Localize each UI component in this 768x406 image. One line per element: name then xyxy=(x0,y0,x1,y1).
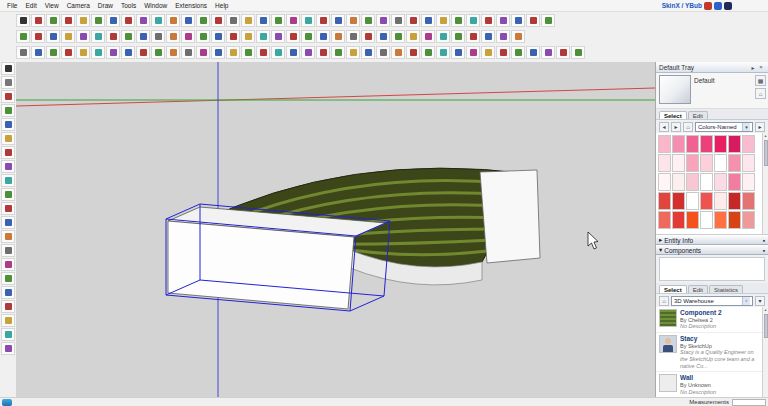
color-swatch[interactable] xyxy=(672,211,685,229)
tool-icon[interactable] xyxy=(211,14,225,27)
tray-close-icon[interactable]: × xyxy=(757,63,765,71)
tool-icon[interactable] xyxy=(271,46,285,59)
tool-icon[interactable] xyxy=(91,46,105,59)
tool-icon[interactable] xyxy=(376,30,390,43)
menu-tools[interactable]: Tools xyxy=(117,2,140,9)
tool-icon[interactable] xyxy=(46,30,60,43)
tool-icon[interactable] xyxy=(1,202,15,215)
tool-icon[interactable] xyxy=(31,30,45,43)
color-swatch[interactable] xyxy=(714,211,727,229)
tool-icon[interactable] xyxy=(136,30,150,43)
color-swatch[interactable] xyxy=(672,173,685,191)
tool-icon[interactable] xyxy=(226,46,240,59)
tool-icon[interactable] xyxy=(496,46,510,59)
tool-icon[interactable] xyxy=(511,30,525,43)
tool-icon[interactable] xyxy=(1,132,15,145)
tool-icon[interactable] xyxy=(436,30,450,43)
in-model-icon[interactable]: ⌂ xyxy=(683,122,693,132)
tool-icon[interactable] xyxy=(166,30,180,43)
color-swatch[interactable] xyxy=(658,173,671,191)
tab-select[interactable]: Select xyxy=(659,285,687,293)
tool-icon[interactable] xyxy=(61,30,75,43)
color-swatch[interactable] xyxy=(728,135,741,153)
color-swatch[interactable] xyxy=(700,173,713,191)
tool-icon[interactable] xyxy=(166,14,180,27)
tool-icon[interactable] xyxy=(1,146,15,159)
tool-icon[interactable] xyxy=(316,30,330,43)
section-expand-icon[interactable]: ▸ xyxy=(659,236,662,244)
plugin-icon[interactable] xyxy=(724,2,732,10)
pin-icon[interactable]: ▪ xyxy=(763,247,765,254)
tool-icon[interactable] xyxy=(556,46,570,59)
tool-icon[interactable] xyxy=(76,30,90,43)
tool-icon[interactable] xyxy=(526,14,540,27)
materials-scrollbar[interactable]: ▴ xyxy=(762,133,768,234)
tool-icon[interactable] xyxy=(541,14,555,27)
tool-icon[interactable] xyxy=(196,30,210,43)
tool-icon[interactable] xyxy=(181,30,195,43)
tool-icon[interactable] xyxy=(76,14,90,27)
color-swatch[interactable] xyxy=(686,154,699,172)
tool-icon[interactable] xyxy=(46,46,60,59)
tool-icon[interactable] xyxy=(346,14,360,27)
color-swatch[interactable] xyxy=(742,135,755,153)
tool-icon[interactable] xyxy=(436,14,450,27)
tool-icon[interactable] xyxy=(16,14,30,27)
tool-icon[interactable] xyxy=(271,14,285,27)
scroll-thumb[interactable] xyxy=(764,314,768,338)
tool-icon[interactable] xyxy=(76,46,90,59)
tool-icon[interactable] xyxy=(1,104,15,117)
tool-icon[interactable] xyxy=(421,46,435,59)
tool-icon[interactable] xyxy=(361,30,375,43)
tool-icon[interactable] xyxy=(331,46,345,59)
tool-icon[interactable] xyxy=(466,30,480,43)
tool-icon[interactable] xyxy=(31,14,45,27)
tab-edit[interactable]: Edit xyxy=(688,111,708,119)
tool-icon[interactable] xyxy=(256,46,270,59)
color-swatch[interactable] xyxy=(714,192,727,210)
tool-icon[interactable] xyxy=(301,46,315,59)
color-swatch[interactable] xyxy=(686,211,699,229)
color-swatch[interactable] xyxy=(686,135,699,153)
back-icon[interactable]: ◂ xyxy=(659,122,669,132)
color-swatch[interactable] xyxy=(686,192,699,210)
tool-icon[interactable] xyxy=(316,46,330,59)
color-swatch[interactable] xyxy=(742,211,755,229)
color-swatch[interactable] xyxy=(672,192,685,210)
menu-camera[interactable]: Camera xyxy=(63,2,94,9)
tool-icon[interactable] xyxy=(271,30,285,43)
section-expand-icon[interactable]: ▾ xyxy=(659,246,662,254)
in-model-components-icon[interactable]: ⌂ xyxy=(659,296,669,306)
tool-icon[interactable] xyxy=(241,14,255,27)
components-scrollbar[interactable]: ▴ xyxy=(762,307,768,398)
tool-icon[interactable] xyxy=(496,14,510,27)
tool-icon[interactable] xyxy=(1,258,15,271)
tool-icon[interactable] xyxy=(1,342,15,355)
tool-icon[interactable] xyxy=(16,30,30,43)
tool-icon[interactable] xyxy=(466,46,480,59)
component-list-item[interactable]: Component 2By Chelsea 2No Description xyxy=(656,307,762,333)
tool-icon[interactable] xyxy=(226,30,240,43)
tool-icon[interactable] xyxy=(346,46,360,59)
menu-edit[interactable]: Edit xyxy=(21,2,40,9)
tool-icon[interactable] xyxy=(391,46,405,59)
color-swatch[interactable] xyxy=(700,211,713,229)
tool-icon[interactable] xyxy=(151,46,165,59)
plugin-icon[interactable] xyxy=(704,2,712,10)
tool-icon[interactable] xyxy=(46,14,60,27)
tool-icon[interactable] xyxy=(481,30,495,43)
color-swatch[interactable] xyxy=(728,154,741,172)
tab-edit[interactable]: Edit xyxy=(688,285,708,293)
tool-icon[interactable] xyxy=(151,14,165,27)
tool-icon[interactable] xyxy=(226,14,240,27)
tool-icon[interactable] xyxy=(1,216,15,229)
tool-icon[interactable] xyxy=(16,46,30,59)
color-swatch[interactable] xyxy=(700,192,713,210)
tool-icon[interactable] xyxy=(91,14,105,27)
tool-icon[interactable] xyxy=(406,30,420,43)
menu-view[interactable]: View xyxy=(41,2,63,9)
collections-dropdown[interactable]: Colors-Named ▾ xyxy=(695,122,753,132)
menu-file[interactable]: File xyxy=(3,2,21,9)
tool-icon[interactable] xyxy=(211,30,225,43)
tool-icon[interactable] xyxy=(136,46,150,59)
